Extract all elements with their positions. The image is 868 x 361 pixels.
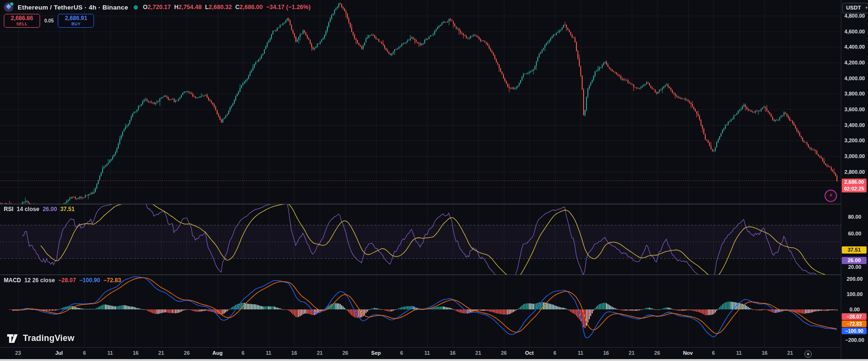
pane-separator-main-rsi[interactable] [0,204,868,204]
last-price-countdown-label: 2,686.00 02:02:25 [842,179,867,192]
axis-tick-label: 20.00 [841,264,868,270]
axis-tick-label: 4,000.00 [841,75,868,82]
window-bottom-edge [0,359,868,361]
time-axis-day-label: 6 [400,350,403,356]
tradingview-chart-window: Ethereum / TetherUS · 4h · Binance O2,72… [0,0,868,361]
macd-params: 12 26 close [24,277,55,284]
axis-tick-label: 100.00 [841,291,868,297]
quick-trade-icon[interactable]: ⚡ [825,190,837,202]
time-axis-day-label: 6 [83,350,86,356]
macd-hist-axis-label: −28.07 [842,313,867,320]
time-axis-day-label: 16 [133,350,138,356]
buy-price: 2,686.91 [62,15,90,21]
sell-label: SELL [8,21,36,26]
macd-title: MACD [4,277,21,284]
open-value: 2,720.17 [147,4,171,11]
time-axis-day-label: 21 [475,350,481,356]
time-axis-day-label: 11 [736,350,742,356]
time-axis-day-label: 16 [603,350,609,356]
time-axis-day-label: 21 [317,350,323,356]
macd-legend[interactable]: MACD 12 26 close −28.07 −100.90 −72.83 [4,277,121,284]
rsi-ma-value: 37.51 [60,206,74,212]
open-label: O [143,4,148,11]
buy-button[interactable]: 2,686.91 BUY [58,14,94,28]
change-value: −34.17 (−1.26%) [266,4,311,11]
rsi-ma-axis-label: 37.51 [842,246,867,254]
high-value: 2,754.48 [178,4,202,11]
time-axis-day-label: 6 [712,350,715,356]
currency-selector-button[interactable]: USDT ▾ [842,3,868,13]
macd-signal-axis-label: −72.83 [842,320,867,327]
trade-buttons: 2,686.86 SELL 0.05 2,686.91 BUY [4,14,94,28]
axis-tick-label: 4,800.00 [841,12,868,19]
macd-hist-value: −28.07 [58,277,76,284]
chart-legend: Ethereum / TetherUS · 4h · Binance O2,72… [4,2,311,12]
high-label: H [174,4,178,11]
time-axis-day-label: 6 [554,350,556,356]
axis-tick-label: 200.00 [841,276,868,282]
axis-tick-label: 2,800.00 [841,169,868,175]
time-axis-day-label: 21 [629,350,635,356]
axis-tick-label: 3,000.00 [841,153,868,159]
time-axis-day-label: 11 [424,350,430,356]
macd-line-axis-label: −100.90 [842,328,867,334]
rsi-params: 14 close [17,206,39,212]
time-axis-day-label: 26 [501,350,507,356]
axis-tick-label: 80.00 [841,213,868,220]
axis-tick-label: 3,400.00 [841,122,868,128]
timezone-clock-icon[interactable] [805,350,812,358]
sell-button[interactable]: 2,686.86 SELL [4,14,40,28]
time-axis-month-label: Aug [212,350,222,356]
last-price-value: 2,686.00 [842,179,867,186]
sell-price: 2,686.86 [8,15,36,21]
close-value: 2,686.00 [240,4,263,11]
ethereum-logo-icon [4,2,13,12]
bar-countdown: 02:02:25 [842,186,867,192]
rsi-axis-label: 26.00 [842,257,867,264]
currency-label: USDT [846,5,861,11]
tradingview-watermark: TradingView [7,333,74,343]
axis-tick-label: 3,200.00 [841,137,868,144]
price-chart-canvas[interactable] [0,0,841,347]
symbol-title[interactable]: Ethereum / TetherUS · 4h · Binance [18,4,128,11]
tradingview-logo-icon [7,334,19,343]
pane-separator-rsi-macd[interactable] [0,275,868,275]
time-axis-day-label: 11 [266,350,272,356]
time-axis-day-label: 26 [654,350,660,356]
axis-tick-label: 3,600.00 [841,106,868,113]
macd-line-value: −100.90 [79,277,100,284]
time-axis-month-label: Oct [525,350,533,356]
rsi-value: 26.00 [42,206,57,212]
time-axis-day-label: 6 [241,350,244,356]
time-axis-day-label: 11 [578,350,584,356]
axis-tick-label: 60.00 [841,230,868,237]
axis-tick-label: 4,400.00 [841,43,868,50]
time-axis-day-label: 23 [15,350,21,356]
time-axis-day-label: 16 [450,350,456,356]
time-axis-day-label: 26 [342,350,348,356]
time-axis-day-label: 26 [184,350,189,356]
spread-value: 0.05 [44,18,53,23]
axis-tick-label: 3,800.00 [841,90,868,97]
axis-tick-label: 4,600.00 [841,28,868,35]
watermark-text: TradingView [23,333,74,343]
axis-tick-label: −200.00 [841,337,868,343]
time-axis-day-label: 16 [291,350,297,356]
time-axis-day-label: 21 [787,350,793,356]
time-axis-month-label: Jul [55,350,63,356]
time-axis-day-label: 16 [762,350,767,356]
time-axis[interactable]: 23Jul611162126Aug611162126Sep611162126Oc… [0,348,841,359]
time-axis-day-label: 21 [158,350,164,356]
price-axis[interactable]: −200.00−100.000.00100.00200.0020.0040.00… [841,0,868,359]
macd-signal-value: −72.83 [104,277,121,284]
close-label: C [235,4,240,11]
rsi-legend[interactable]: RSI 14 close 26.00 37.51 [4,206,74,212]
market-status-icon[interactable] [134,5,138,10]
time-axis-day-label: 11 [107,350,113,356]
chevron-down-icon: ▾ [865,3,868,12]
low-value: 2,680.32 [209,4,232,11]
time-axis-month-label: Sep [371,350,381,356]
buy-label: BUY [62,21,90,26]
axis-tick-label: 0.00 [841,306,868,313]
ohlc-values: O2,720.17 H2,754.48 L2,680.32 C2,686.00 … [143,4,311,11]
